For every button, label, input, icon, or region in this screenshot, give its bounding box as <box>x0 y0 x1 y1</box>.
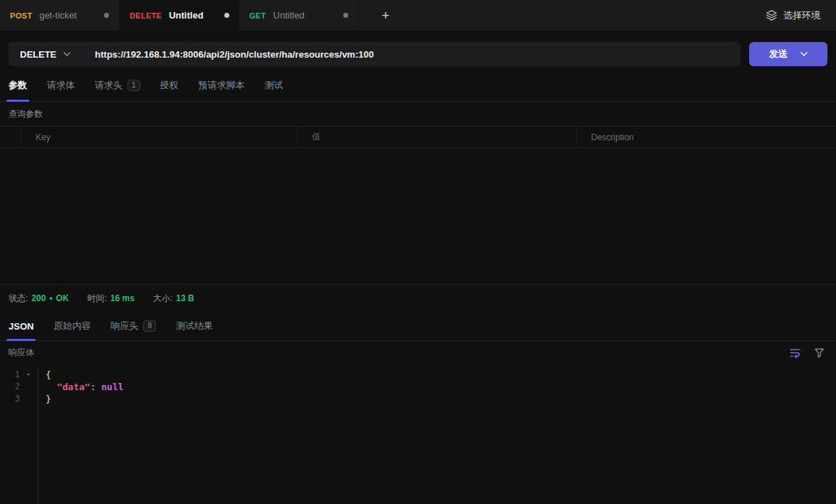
tab-headers[interactable]: 请求头 1 <box>95 70 140 101</box>
request-tab-untitled-delete[interactable]: DELETE Untitled <box>120 0 239 31</box>
json-indent <box>46 382 57 392</box>
response-body-title: 响应体 <box>9 347 34 359</box>
size-group: 大小: 13 B <box>153 293 194 305</box>
method-dropdown[interactable]: DELETE <box>9 42 83 66</box>
new-tab-button[interactable]: + <box>377 6 394 25</box>
response-body-bar: 响应体 <box>0 341 836 364</box>
time-group: 时间: 16 ms <box>88 293 135 305</box>
headers-count-badge: 1 <box>127 80 140 91</box>
status-text: OK <box>56 293 69 303</box>
request-tab-untitled-get[interactable]: GET Untitled <box>239 0 359 31</box>
code-line-3: } <box>38 393 836 405</box>
tab-label: 请求体 <box>47 79 75 92</box>
size-value: 13 B <box>176 293 194 303</box>
request-tab-bar: POST get-ticket DELETE Untitled GET Unti… <box>0 0 836 31</box>
method-label-post: POST <box>10 11 32 20</box>
tab-pre-request-script[interactable]: 预请求脚本 <box>199 70 245 101</box>
request-section-tabs: 参数 请求体 请求头 1 授权 预请求脚本 测试 <box>0 70 836 102</box>
line-number: 1 <box>0 369 20 379</box>
filter-icon[interactable] <box>814 347 825 358</box>
url-bar-row: DELETE https://192.168.1.94:8006/api2/js… <box>0 31 836 70</box>
status-label: 状态: <box>9 293 28 305</box>
column-header-value[interactable]: 值 <box>298 127 577 147</box>
code-fold-arrow-icon[interactable]: ▾ <box>20 371 37 378</box>
send-button-label: 发送 <box>769 48 788 61</box>
unsaved-dot-icon <box>104 13 109 18</box>
response-headers-count-badge: 9 <box>143 320 156 332</box>
chevron-down-icon <box>800 52 808 56</box>
tab-auth[interactable]: 授权 <box>160 70 179 101</box>
tab-params[interactable]: 参数 <box>9 70 27 101</box>
tab-label: 参数 <box>9 79 27 92</box>
column-header-key[interactable]: Key <box>21 127 298 147</box>
request-tab-get-ticket[interactable]: POST get-ticket <box>0 0 120 31</box>
json-key: "data" <box>57 382 90 392</box>
code-line-2: "data": null <box>38 381 836 393</box>
code-line-1: { <box>38 369 836 381</box>
size-label: 大小: <box>153 293 172 305</box>
line-number: 2 <box>0 382 20 392</box>
line-number-gutter: 1 ▾ 2 3 <box>0 369 38 504</box>
tab-label: 测试结果 <box>176 320 213 332</box>
tab-title: get-ticket <box>39 10 97 21</box>
layers-icon <box>766 9 778 21</box>
method-label-get: GET <box>249 11 266 20</box>
environment-selector-label: 选择环境 <box>783 9 820 22</box>
unsaved-dot-icon <box>224 13 229 18</box>
tab-title: Untitled <box>273 10 336 21</box>
word-wrap-icon[interactable] <box>789 347 801 359</box>
status-separator: • <box>49 293 52 303</box>
tab-label: 测试 <box>265 79 283 92</box>
query-params-title: 查询参数 <box>0 102 836 126</box>
send-button[interactable]: 发送 <box>749 42 827 66</box>
response-section-tabs: JSON 原始内容 响应头 9 测试结果 <box>0 313 836 341</box>
tab-test-results[interactable]: 测试结果 <box>176 313 213 340</box>
json-code-lines: { "data": null } <box>38 369 836 504</box>
column-header-description[interactable]: Description <box>577 127 836 147</box>
tab-response-raw[interactable]: 原始内容 <box>53 313 90 340</box>
json-close-brace: } <box>46 394 51 404</box>
tab-label: 响应头 <box>110 320 138 332</box>
status-code: 200 <box>31 293 46 303</box>
response-code-viewer[interactable]: 1 ▾ 2 3 { "data": null } <box>0 364 836 504</box>
json-open-brace: { <box>46 369 51 380</box>
url-input[interactable]: DELETE https://192.168.1.94:8006/api2/js… <box>9 42 741 66</box>
empty-params-area <box>0 148 836 284</box>
tab-title: Untitled <box>169 10 217 21</box>
json-null-value: null <box>101 382 123 392</box>
params-table-header: Key 值 Description <box>0 126 836 148</box>
method-label-delete: DELETE <box>130 11 162 20</box>
time-label: 时间: <box>88 293 107 305</box>
unsaved-dot-icon <box>343 13 348 18</box>
tab-label: 预请求脚本 <box>199 79 245 92</box>
chevron-down-icon <box>63 52 70 56</box>
tab-label: JSON <box>9 321 33 332</box>
tab-label: 授权 <box>160 79 179 92</box>
request-url-value: https://192.168.1.94:8006/api2/json/clus… <box>83 49 374 60</box>
json-colon: : <box>90 382 102 392</box>
tab-response-headers[interactable]: 响应头 9 <box>110 313 156 340</box>
row-handle-column <box>0 127 21 147</box>
tab-tests[interactable]: 测试 <box>265 70 283 101</box>
tab-body[interactable]: 请求体 <box>47 70 75 101</box>
line-number: 3 <box>0 394 20 404</box>
status-group: 状态: 200 • OK <box>9 293 69 305</box>
response-status-row: 状态: 200 • OK 时间: 16 ms 大小: 13 B <box>0 284 836 313</box>
tab-label: 请求头 <box>95 79 122 92</box>
tab-label: 原始内容 <box>53 320 90 332</box>
environment-selector[interactable]: 选择环境 <box>766 0 820 31</box>
tab-response-json[interactable]: JSON <box>9 313 33 340</box>
time-value: 16 ms <box>110 293 135 303</box>
method-dropdown-value: DELETE <box>20 49 56 60</box>
